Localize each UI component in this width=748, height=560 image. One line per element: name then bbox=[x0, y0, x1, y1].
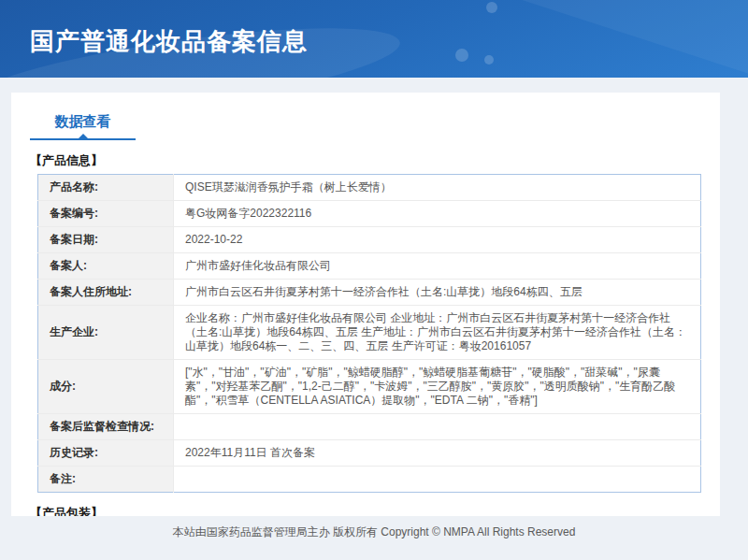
row-value bbox=[174, 414, 701, 440]
row-label: 历史记录: bbox=[38, 440, 174, 467]
table-row: 成分: ["水"，"甘油"，"矿油"，"矿脂"，"鲸蜡硬脂醇"，"鲸蜡硬脂基葡糖… bbox=[38, 360, 701, 414]
table-row: 备注: bbox=[38, 467, 701, 493]
table-row: 生产企业: 企业名称：广州市盛好佳化妆品有限公司 企业地址：广州市白云区石井街夏… bbox=[38, 306, 701, 360]
row-label: 成分: bbox=[38, 360, 174, 414]
copyright-text: 本站由国家药品监督管理局主办 版权所有 Copyright © NMPA All… bbox=[0, 524, 748, 540]
row-label: 产品名称: bbox=[38, 175, 174, 201]
table-row: 备案日期: 2022-10-22 bbox=[38, 227, 701, 253]
table-row: 备案后监督检查情况: bbox=[38, 414, 701, 440]
row-label: 备案人: bbox=[38, 253, 174, 280]
row-label: 备案后监督检查情况: bbox=[38, 414, 174, 440]
row-value: 粤G妆网备字2022322116 bbox=[174, 201, 701, 227]
tab-active-caret-icon bbox=[79, 134, 88, 138]
section-title-product-info: 【产品信息】 bbox=[30, 152, 701, 169]
row-value: 2022年11月11日 首次备案 bbox=[174, 440, 701, 467]
banner-dot-decoration bbox=[455, 49, 468, 62]
tab-active-underline bbox=[30, 138, 136, 140]
table-row: 备案人: 广州市盛好佳化妆品有限公司 bbox=[38, 253, 701, 280]
table-row: 备案人住所地址: 广州市白云区石井街夏茅村第十一经济合作社（土名:山草拢）地段6… bbox=[38, 280, 701, 306]
row-value: 企业名称：广州市盛好佳化妆品有限公司 企业地址：广州市白云区石井街夏茅村第十一经… bbox=[174, 306, 701, 360]
tab-data-view-label: 数据查看 bbox=[55, 113, 111, 129]
banner-dot-decoration bbox=[486, 2, 497, 13]
row-value: QISE琪瑟滋润香氛护手霜（树上长爱情） bbox=[174, 175, 701, 201]
page-title: 国产普通化妆品备案信息 bbox=[30, 25, 308, 58]
row-label: 备案编号: bbox=[38, 201, 174, 227]
banner-dot-decoration bbox=[484, 55, 494, 65]
page: 国产普通化妆品备案信息 数据查看 【产品信息】 产品名称: QISE琪瑟滋润香氛… bbox=[0, 0, 748, 560]
page-banner: 国产普通化妆品备案信息 bbox=[0, 0, 748, 78]
tab-data-view[interactable]: 数据查看 bbox=[30, 109, 136, 140]
row-value: ["水"，"甘油"，"矿油"，"矿脂"，"鲸蜡硬脂醇"，"鲸蜡硬脂基葡糖苷"，"… bbox=[174, 360, 701, 414]
table-row: 备案编号: 粤G妆网备字2022322116 bbox=[38, 201, 701, 227]
row-value bbox=[174, 467, 701, 493]
row-value: 广州市白云区石井街夏茅村第十一经济合作社（土名:山草拢）地段64栋四、五层 bbox=[174, 280, 701, 306]
product-info-table: 产品名称: QISE琪瑟滋润香氛护手霜（树上长爱情） 备案编号: 粤G妆网备字2… bbox=[37, 174, 701, 493]
row-value: 2022-10-22 bbox=[174, 227, 701, 253]
row-label: 生产企业: bbox=[38, 306, 174, 360]
table-row: 历史记录: 2022年11月11日 首次备案 bbox=[38, 440, 701, 467]
banner-decoration bbox=[519, 0, 748, 78]
tab-bar: 数据查看 bbox=[30, 109, 701, 140]
row-value: 广州市盛好佳化妆品有限公司 bbox=[174, 253, 701, 280]
row-label: 备注: bbox=[38, 467, 174, 493]
content-card: 数据查看 【产品信息】 产品名称: QISE琪瑟滋润香氛护手霜（树上长爱情） 备… bbox=[11, 93, 720, 516]
page-footer: 本站由国家药品监督管理局主办 版权所有 Copyright © NMPA All… bbox=[0, 516, 748, 560]
row-label: 备案日期: bbox=[38, 227, 174, 253]
table-row: 产品名称: QISE琪瑟滋润香氛护手霜（树上长爱情） bbox=[38, 175, 701, 201]
row-label: 备案人住所地址: bbox=[38, 280, 174, 306]
